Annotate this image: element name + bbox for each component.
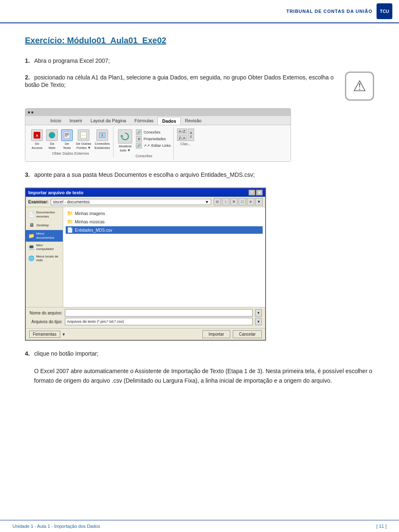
file-minhas-musicas[interactable]: 📁 Minhas músicas <box>66 218 263 225</box>
svg-marker-13 <box>120 135 123 136</box>
btn-atualizar[interactable]: Atualizartudo ▼ <box>117 129 133 153</box>
footer-left-text: Unidade 1 - Aula 1 - Importação dos Dado… <box>12 524 100 529</box>
dialog-filename-input[interactable] <box>65 309 253 317</box>
step-4-text: clique no botão Importar; <box>34 350 99 357</box>
conn-conexoes[interactable]: 🔗 Conexões <box>136 129 171 135</box>
page-footer: Unidade 1 - Aula 1 - Importação dos Dado… <box>0 520 399 532</box>
dialog-filename-arrow[interactable]: ▼ <box>255 309 262 317</box>
ribbon-screenshot: ■ ■ Início Inserir Layout da Página Fórm… <box>25 108 291 162</box>
btn-da-web[interactable]: 🌐 DaWeb <box>45 129 59 151</box>
ribbon-title-bar: ■ ■ <box>25 109 291 116</box>
conn-editar-links[interactable]: 🔗 ↗↗ Editar Links <box>136 143 171 148</box>
dialog-title-bar: Importar arquivo de texto ? ✕ <box>26 188 265 197</box>
conn-label-links: ↗↗ Editar Links <box>143 144 171 148</box>
dialog-delete-icon[interactable]: ✕ <box>230 198 238 205</box>
web-icon: 🌐 <box>46 129 58 141</box>
sidebar-meusdocs-icon: 📁 <box>28 233 34 239</box>
group-label-conexoes: Conexões <box>117 154 171 158</box>
conn-label-prop: Propriedades <box>143 137 166 141</box>
dialog-up-icon[interactable]: ↑ <box>222 198 229 205</box>
step-1-number: 1. <box>25 57 30 64</box>
dialog-close-btn[interactable]: ✕ <box>256 190 263 195</box>
prop-icon: ⚙ <box>136 136 142 142</box>
sidebar-desktop[interactable]: 🖥 Desktop <box>26 220 63 230</box>
dialog-filetype-display: Arquivos de texto (*.prn;*.txt;*.csv) <box>65 318 253 325</box>
dialog-back-icon[interactable]: ⊙ <box>214 198 221 205</box>
svg-rect-10 <box>99 133 102 138</box>
step-1-text: Abra o programa Excel 2007; <box>34 57 110 64</box>
dialog-menu-icon[interactable]: ▼ <box>255 198 263 205</box>
tab-layout[interactable]: Layout da Página <box>86 117 131 125</box>
tab-revisao[interactable]: Revisão <box>181 117 206 125</box>
sidebar-docs-icon: 📄 <box>28 211 34 218</box>
dialog-footer: Ferramentas ▼ Importar Cancelar <box>26 328 265 340</box>
svg-text:⋯: ⋯ <box>81 133 86 138</box>
svg-text:A: A <box>36 134 39 138</box>
dialog-title: Importar arquivo de texto <box>28 190 84 195</box>
step-2-text: posicionado na célula A1 da Plan1, selec… <box>25 74 334 88</box>
tab-inserir[interactable]: Inserir <box>65 117 86 125</box>
dialog-filetype-row: Arquivos do tipo: Arquivos de texto (*.p… <box>29 318 262 325</box>
conn-label-conexoes: Conexões <box>143 130 160 134</box>
dialog-importar-btn[interactable]: Importar <box>202 330 230 338</box>
file-entidades-mds[interactable]: 📄 Entidades_MDS.csv <box>66 226 263 234</box>
dialog-path-value: siscel - documentos <box>53 200 89 204</box>
sidebar-meu-computador[interactable]: 💻 Meu computador <box>26 242 63 253</box>
btn-sort-za[interactable]: Z↓A <box>177 135 187 141</box>
dialog-filename-row: Nome do arquivo: ▼ <box>29 309 262 317</box>
dialog-bottom: Nome do arquivo: ▼ Arquivos do tipo: Arq… <box>26 307 265 328</box>
btn-do-access[interactable]: A DoAccess <box>30 129 44 151</box>
sidebar-computer-icon: 💻 <box>28 244 34 250</box>
step-2-content: 2. posicionado na célula A1 da Plan1, se… <box>25 74 337 89</box>
atualizar-icon <box>118 129 132 144</box>
footer-right-text: [ 11 ] <box>377 524 387 529</box>
access-icon: A <box>31 129 43 141</box>
dialog-ferramentas-btn[interactable]: Ferramentas <box>29 331 60 338</box>
group-label-external: Obter Dados Externos <box>52 151 89 156</box>
step-4-para-text: O Excel 2007 abre automaticamente o Assi… <box>34 368 372 384</box>
page-header: TRIBUNAL DE CONTAS DA UNIÃO TCU <box>0 0 399 23</box>
tab-dados[interactable]: Dados <box>158 117 181 125</box>
warning-icon: ⚠ <box>345 72 374 101</box>
btn-sort-az[interactable]: A↑Z <box>177 129 187 134</box>
dialog-ferramentas-arrow: ▼ <box>62 332 66 337</box>
header-title: TRIBUNAL DE CONTAS DA UNIÃO <box>286 9 372 14</box>
conn-propriedades[interactable]: ⚙ Propriedades <box>136 136 171 142</box>
dialog-filetype-arrow[interactable]: ▼ <box>255 318 262 325</box>
dialog-help-btn[interactable]: ? <box>249 190 255 195</box>
dialog-new-folder-icon[interactable]: □ <box>239 198 246 205</box>
step-2-row: 2. posicionado na célula A1 da Plan1, se… <box>25 74 374 101</box>
dialog-sidebar: 📄 Documentos recentes 🖥 Desktop 📁 Meus d… <box>26 207 63 307</box>
dialog-toolbar: Examinar: siscel - documentos ▼ ⊙ ↑ ✕ □ … <box>26 197 265 207</box>
dialog-footer-left: Ferramentas ▼ <box>29 331 66 338</box>
sidebar-documentos-recentes[interactable]: 📄 Documentos recentes <box>26 209 63 220</box>
dialog-screenshot: Importar arquivo de texto ? ✕ Examinar: … <box>25 188 266 341</box>
step-3: 3. aponte para a sua pasta Meus Document… <box>25 171 374 178</box>
tab-inicio[interactable]: Início <box>46 117 65 125</box>
conexoes-existentes-icon <box>96 129 108 141</box>
btn-class[interactable]: AZ <box>188 129 194 141</box>
step-4-para: O Excel 2007 abre automaticamente o Assi… <box>34 366 374 385</box>
btn-conexoes-existentes[interactable]: ConexõesExistentes <box>94 129 111 151</box>
sidebar-meus-documentos[interactable]: 📁 Meus documentos <box>26 230 63 241</box>
sidebar-meus-locais[interactable]: 🌐 Meus locais de rede <box>26 253 63 264</box>
file-imagens-icon: 📁 <box>67 210 73 216</box>
dialog-view-icon[interactable]: ≡ <box>247 198 254 205</box>
step-3-text: aponte para a sua pasta Meus Documentos … <box>34 171 255 178</box>
main-content: Exercício: Módulo01_Aula01_Exe02 1. Abra… <box>0 23 399 402</box>
dialog-cancelar-btn[interactable]: Cancelar <box>233 330 262 338</box>
svg-text:🌐: 🌐 <box>50 133 55 138</box>
step-3-number: 3. <box>25 171 30 178</box>
sidebar-network-icon: 🌐 <box>28 255 34 262</box>
dialog-toolbar-icons: ⊙ ↑ ✕ □ ≡ ▼ <box>214 198 263 205</box>
dialog-filename-label: Nome do arquivo: <box>29 311 62 315</box>
links-icon: 🔗 <box>136 143 142 148</box>
sidebar-desktop-icon: 🖥 <box>28 222 35 228</box>
svg-rect-11 <box>103 133 105 138</box>
file-minhas-imagens[interactable]: 📁 Minhas imagens <box>66 210 263 217</box>
btn-de-texto[interactable]: DeTexto <box>60 129 74 151</box>
btn-de-outras[interactable]: ⋯ De OutrasFontes ▼ <box>75 129 92 151</box>
dialog-filetype-label: Arquivos do tipo: <box>29 319 62 324</box>
tab-formulas[interactable]: Fórmulas <box>131 117 158 125</box>
dialog-path-dropdown[interactable]: siscel - documentos ▼ <box>51 199 211 205</box>
